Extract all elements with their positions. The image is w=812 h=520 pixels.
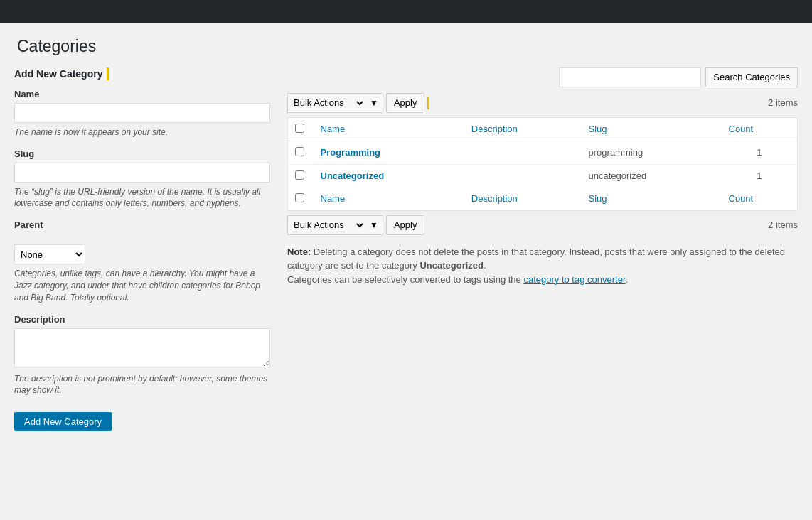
left-panel: Add New Category Name The name is how it… <box>14 67 270 431</box>
note-label: Note: <box>287 247 311 257</box>
cell-check-0 <box>288 141 314 164</box>
cell-description-0 <box>464 141 582 164</box>
table-row: Programming programming 1 <box>288 141 798 164</box>
top-bar <box>0 0 812 23</box>
cell-slug-0: programming <box>582 141 722 164</box>
slug-hint: The “slug” is the URL-friendly version o… <box>14 186 270 210</box>
tf-description[interactable]: Description <box>464 188 582 211</box>
parent-select[interactable]: None <box>14 244 85 264</box>
th-count[interactable]: Count <box>722 117 798 141</box>
row-checkbox-0[interactable] <box>295 147 304 156</box>
table-header-row: Name Description Slug Count <box>288 117 798 141</box>
name-input[interactable] <box>14 103 270 123</box>
th-checkbox <box>288 117 314 141</box>
bulk-actions-select-top[interactable]: Bulk Actions Delete <box>287 93 365 113</box>
table-row: Uncategorized uncategorized 1 <box>288 164 798 188</box>
th-description[interactable]: Description <box>464 117 582 141</box>
cursor-indicator <box>107 67 109 80</box>
search-categories-button[interactable]: Search Categories <box>705 67 798 87</box>
items-count-bottom: 2 items <box>768 220 798 230</box>
description-field-group: Description The description is not promi… <box>14 314 270 397</box>
top-toolbar: Bulk Actions Delete ▼ Apply 2 items <box>287 93 798 113</box>
tf-checkbox <box>288 188 314 211</box>
bulk-actions-dropdown-top[interactable]: ▼ <box>365 93 383 113</box>
search-row: Search Categories <box>287 67 798 87</box>
bottom-toolbar: Bulk Actions Delete ▼ Apply 2 items <box>287 215 798 235</box>
row-checkbox-1[interactable] <box>295 170 304 180</box>
apply-button-bottom[interactable]: Apply <box>386 215 425 235</box>
description-label: Description <box>14 314 270 325</box>
slug-field-group: Slug The “slug” is the URL-friendly vers… <box>14 148 270 210</box>
cell-count-0: 1 <box>722 141 798 164</box>
slug-input[interactable] <box>14 163 270 183</box>
bottom-toolbar-left: Bulk Actions Delete ▼ Apply <box>287 215 424 235</box>
select-all-checkbox[interactable] <box>295 124 304 133</box>
name-hint: The name is how it appears on your site. <box>14 126 270 139</box>
apply-button-top[interactable]: Apply <box>386 93 425 113</box>
parent-field-group: Parent None Categories, unlike tags, can… <box>14 220 270 303</box>
tf-slug[interactable]: Slug <box>582 188 722 211</box>
bulk-actions-wrap-bottom: Bulk Actions Delete ▼ <box>287 215 383 235</box>
add-new-category-button[interactable]: Add New Category <box>14 412 112 431</box>
select-all-checkbox-bottom[interactable] <box>295 193 304 202</box>
note-text: Deleting a category does not delete the … <box>287 247 785 271</box>
tf-name[interactable]: Name <box>314 188 464 211</box>
table-footer-row: Name Description Slug Count <box>288 188 798 211</box>
note-text3: Categories can be selectively converted … <box>287 274 523 285</box>
description-input[interactable] <box>14 328 270 367</box>
top-toolbar-left: Bulk Actions Delete ▼ Apply <box>287 93 432 113</box>
cell-name-1: Uncategorized <box>314 164 464 188</box>
cell-name-0: Programming <box>314 141 464 164</box>
items-count-top: 2 items <box>768 97 798 108</box>
th-name[interactable]: Name <box>314 117 464 141</box>
category-name-link-0[interactable]: Programming <box>321 147 381 158</box>
right-panel: Search Categories Bulk Actions Delete ▼ … <box>287 67 798 431</box>
add-new-section-title: Add New Category <box>14 67 270 80</box>
cell-check-1 <box>288 164 314 188</box>
category-tag-converter-link[interactable]: category to tag converter <box>523 274 625 285</box>
slug-label: Slug <box>14 148 270 159</box>
note-section: Note: Deleting a category does not delet… <box>287 245 798 287</box>
parent-label: Parent <box>14 220 270 230</box>
name-label: Name <box>14 89 270 99</box>
cell-description-1 <box>464 164 582 188</box>
tf-count[interactable]: Count <box>722 188 798 211</box>
description-hint: The description is not prominent by defa… <box>14 373 270 397</box>
categories-table: Name Description Slug Count Programming … <box>287 117 798 211</box>
bulk-actions-select-bottom[interactable]: Bulk Actions Delete <box>287 215 365 235</box>
search-input[interactable] <box>559 67 701 87</box>
parent-hint: Categories, unlike tags, can have a hier… <box>14 268 270 303</box>
th-slug[interactable]: Slug <box>582 117 722 141</box>
cell-slug-1: uncategorized <box>582 164 722 188</box>
cell-count-1: 1 <box>722 164 798 188</box>
note-bold: Uncategorized <box>420 260 484 271</box>
note-paragraph: Note: Deleting a category does not delet… <box>287 245 798 273</box>
bulk-actions-wrap-top: Bulk Actions Delete ▼ <box>287 93 383 113</box>
toolbar-cursor <box>427 97 429 109</box>
name-field-group: Name The name is how it appears on your … <box>14 89 270 139</box>
page-title: Categories <box>17 30 798 60</box>
bulk-actions-dropdown-bottom[interactable]: ▼ <box>365 215 383 235</box>
note-paragraph-2: Categories can be selectively converted … <box>287 273 798 287</box>
category-name-link-1[interactable]: Uncategorized <box>321 170 385 181</box>
